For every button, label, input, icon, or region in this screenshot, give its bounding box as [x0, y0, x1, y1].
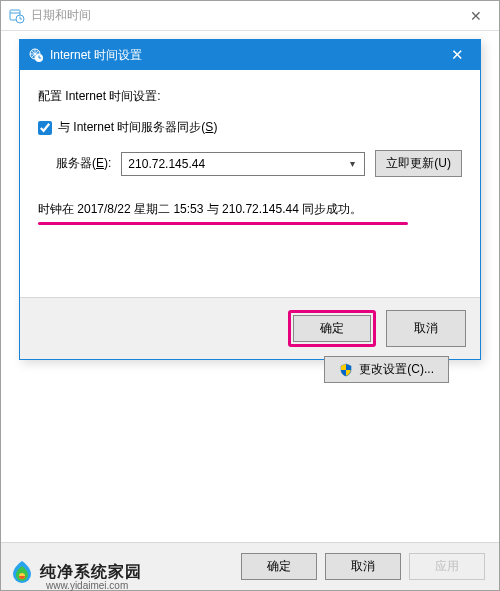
config-label: 配置 Internet 时间设置: — [38, 88, 462, 105]
outer-body: Internet 时间设置 ✕ 配置 Internet 时间设置: 与 Inte… — [1, 31, 499, 590]
update-now-button[interactable]: 立即更新(U) — [375, 150, 462, 177]
server-combobox[interactable]: 210.72.145.44 ▾ — [121, 152, 365, 176]
inner-cancel-button[interactable]: 取消 — [386, 310, 466, 347]
outer-cancel-button[interactable]: 取消 — [325, 553, 401, 580]
watermark: 纯净系统家园 www.yidaimei.com — [8, 558, 142, 586]
date-time-window: 日期和时间 ✕ Internet 时间设置 ✕ 配置 Inter — [0, 0, 500, 591]
status-underline-annotation — [38, 222, 408, 225]
inner-ok-button[interactable]: 确定 — [293, 315, 371, 342]
globe-clock-icon — [28, 47, 44, 63]
sync-checkbox-label[interactable]: 与 Internet 时间服务器同步(S) — [58, 119, 217, 136]
server-label: 服务器(E): — [56, 155, 111, 172]
outer-window-title: 日期和时间 — [31, 7, 453, 24]
sync-checkbox-row: 与 Internet 时间服务器同步(S) — [38, 119, 462, 136]
chevron-down-icon: ▾ — [344, 153, 360, 175]
inner-titlebar: Internet 时间设置 ✕ — [20, 40, 480, 70]
outer-apply-button[interactable]: 应用 — [409, 553, 485, 580]
change-settings-button[interactable]: 更改设置(C)... — [324, 356, 449, 383]
inner-content: 配置 Internet 时间设置: 与 Internet 时间服务器同步(S) … — [20, 70, 480, 297]
outer-close-button[interactable]: ✕ — [453, 1, 499, 31]
sync-checkbox[interactable] — [38, 121, 52, 135]
outer-ok-button[interactable]: 确定 — [241, 553, 317, 580]
watermark-icon — [8, 558, 36, 586]
calendar-clock-icon — [9, 8, 25, 24]
inner-close-button[interactable]: ✕ — [434, 40, 480, 70]
outer-titlebar: 日期和时间 ✕ — [1, 1, 499, 31]
server-row: 服务器(E): 210.72.145.44 ▾ 立即更新(U) — [56, 150, 462, 177]
inner-window-title: Internet 时间设置 — [50, 47, 434, 64]
change-settings-label: 更改设置(C)... — [359, 361, 434, 378]
shield-icon — [339, 363, 353, 377]
server-value: 210.72.145.44 — [128, 157, 344, 171]
ok-button-highlight: 确定 — [288, 310, 376, 347]
inner-footer: 确定 取消 — [20, 297, 480, 359]
internet-time-dialog: Internet 时间设置 ✕ 配置 Internet 时间设置: 与 Inte… — [19, 39, 481, 360]
sync-status-text: 时钟在 2017/8/22 星期二 15:53 与 210.72.145.44 … — [38, 201, 462, 218]
watermark-url: www.yidaimei.com — [46, 580, 128, 591]
